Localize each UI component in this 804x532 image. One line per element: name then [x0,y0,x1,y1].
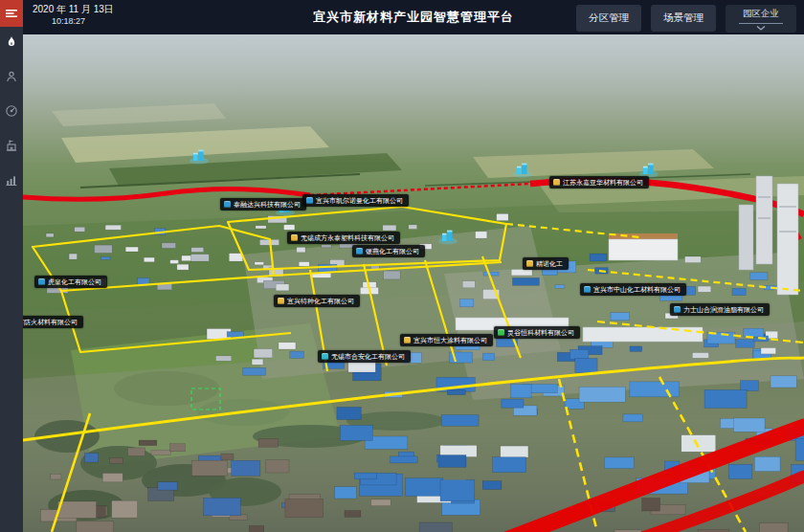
left-sidebar [0,0,23,532]
company-label[interactable]: 无锡成方永泰塑料科技有限公司 [287,232,400,244]
company-marker-icon [553,179,560,186]
gauge-icon [5,104,18,118]
company-label[interactable]: 宜兴市防火材料有限公司 [23,316,83,328]
company-label-text: 虎皇化工有限公司 [48,278,101,285]
horizon-haze [23,34,804,164]
sidebar-item-enterprise[interactable] [0,130,23,161]
company-label-text: 宜兴市恒大涂料有限公司 [413,337,487,344]
zone-management-button[interactable]: 分区管理 [576,5,641,32]
sidebar-item-statistics[interactable] [0,165,23,195]
company-label[interactable]: 力士山合润滑油脂有限公司 [670,303,770,316]
company-label-text: 泰融达兴科技有限公司 [234,201,301,208]
company-label[interactable]: 泰融达兴科技有限公司 [220,198,306,211]
company-label[interactable]: 灵谷恒科材料有限公司 [494,326,580,339]
bank-icon [5,139,18,152]
company-marker-icon [584,286,591,293]
datetime-block: 2020 年 11 月 13日 10:18:27 [33,4,114,27]
app-logo[interactable] [0,0,23,27]
company-label[interactable]: 虎皇化工有限公司 [34,276,107,288]
park-enterprise-dropdown[interactable]: 园区企业 [726,5,796,33]
company-marker-icon [674,306,681,313]
company-marker-icon [38,278,45,285]
company-label[interactable]: 宜兴特种化工有限公司 [274,295,360,307]
header-date: 2020 年 11 月 13日 [33,4,114,15]
main-area: 2020 年 11 月 13日 10:18:27 宜兴市新材料产业园智慧管理平台… [23,0,804,532]
factory-chart-icon [5,173,18,187]
company-marker-icon [224,201,231,208]
company-label-text: 银燕化工有限公司 [366,248,419,255]
company-label-text: 精诺化工 [536,260,563,267]
hamburger-menu-icon [5,7,18,20]
company-label-text: 无锡市合安化工有限公司 [331,353,405,360]
company-label[interactable]: 宜兴市中山化工材料有限公司 [580,283,686,296]
chevron-down-icon [756,26,766,31]
scene-management-button[interactable]: 场景管理 [651,5,716,32]
company-marker-icon [526,260,533,267]
header-actions: 分区管理 场景管理 园区企业 [576,5,796,33]
person-icon [5,70,18,83]
flame-icon [5,35,18,49]
company-marker-icon [306,197,313,204]
company-label-text: 宜兴市凯尔诺曼化工有限公司 [316,197,403,204]
company-label[interactable]: 无锡市合安化工有限公司 [318,350,411,363]
company-label-text: 宜兴市防火材料有限公司 [23,319,78,325]
company-label[interactable]: 银燕化工有限公司 [352,245,425,257]
header-time: 10:18:27 [52,15,114,27]
company-label-text: 灵谷恒科材料有限公司 [507,329,574,336]
company-marker-icon [356,248,363,255]
company-label-text: 宜兴特种化工有限公司 [287,298,354,304]
company-marker-icon [498,329,504,336]
sidebar-item-fire[interactable] [0,27,23,57]
company-marker-icon [278,298,284,304]
map-canvas[interactable]: 虎皇化工有限公司宜兴市防火材料有限公司泰融达兴科技有限公司宜兴市凯尔诺曼化工有限… [23,34,804,532]
company-label-text: 宜兴市中山化工材料有限公司 [593,286,681,293]
company-marker-icon [291,234,298,241]
company-label[interactable]: 宜兴市凯尔诺曼化工有限公司 [302,194,409,207]
company-label-text: 无锡成方永泰塑料科技有限公司 [301,234,394,241]
company-label-text: 江苏永嘉亚华材料有限公司 [563,179,643,186]
map-3d-scene [23,34,804,532]
company-marker-icon [404,337,411,344]
company-label[interactable]: 宜兴市恒大涂料有限公司 [400,334,493,346]
company-label-text: 力士山合润滑油脂有限公司 [683,306,764,313]
company-label[interactable]: 江苏永嘉亚华材料有限公司 [549,176,649,188]
top-header: 2020 年 11 月 13日 10:18:27 宜兴市新材料产业园智慧管理平台… [23,0,804,34]
sidebar-item-monitor[interactable] [0,96,23,126]
sidebar-item-personnel[interactable] [0,61,23,92]
park-enterprise-dropdown-label: 园区企业 [739,8,783,24]
company-label[interactable]: 精诺化工 [523,257,569,270]
company-marker-icon [322,353,328,360]
